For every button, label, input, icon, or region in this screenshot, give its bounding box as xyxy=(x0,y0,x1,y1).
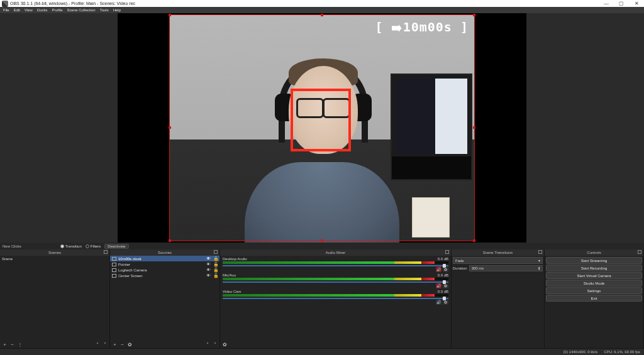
slider-knob[interactable] xyxy=(443,297,446,300)
mute-button[interactable]: 🔊 xyxy=(436,300,441,305)
undock-icon[interactable] xyxy=(214,250,218,254)
track-name: Mic/Aux xyxy=(223,273,236,277)
track-settings-button[interactable]: ✿ xyxy=(443,300,448,305)
lock-toggle-icon[interactable]: 🔓 xyxy=(213,268,218,273)
background-monitor xyxy=(391,74,472,180)
transition-radio[interactable]: Transition xyxy=(60,244,82,248)
visibility-toggle-icon[interactable]: 👁 xyxy=(206,256,211,261)
deactivate-button[interactable]: Deactivate xyxy=(104,244,128,249)
menu-tools[interactable]: Tools xyxy=(98,8,111,12)
visibility-toggle-icon[interactable]: 👁 xyxy=(206,273,211,278)
app-icon xyxy=(2,1,8,7)
recording-timer-overlay: 10m00s xyxy=(375,19,469,35)
audio-track: Video Cam0.0 dB🔊✿ xyxy=(220,288,451,305)
menu-scene-collection[interactable]: Scene Collection xyxy=(65,8,97,12)
lock-toggle-icon[interactable]: 🔓 xyxy=(213,262,218,267)
source-toolbar: New Clicks Transition Filters Deactivate xyxy=(0,243,644,249)
scenes-title: Scenes xyxy=(48,251,61,254)
transitions-title: Scene Transitions xyxy=(483,251,513,254)
minimize-button[interactable]: — xyxy=(599,1,614,6)
move-scene-up-button[interactable]: ˄ xyxy=(94,342,100,347)
track-settings-button[interactable]: ✿ xyxy=(443,267,448,272)
vu-meter xyxy=(223,294,448,297)
scenes-panel: Scenes Scene + − ⋮ ˄ ˅ xyxy=(0,249,110,348)
status-bar: (0) 1440x900, 0 kb/s CPU: 6.1%, 60.00 fp… xyxy=(0,348,644,355)
menu-profile[interactable]: Profile xyxy=(50,8,65,12)
volume-slider[interactable] xyxy=(223,281,448,283)
track-name: Video Cam xyxy=(223,290,242,293)
transition-select[interactable]: Fade▾ xyxy=(453,257,543,264)
scene-item[interactable]: Scene xyxy=(0,256,109,261)
vu-meter xyxy=(223,261,448,264)
menu-view[interactable]: View xyxy=(23,8,35,12)
mute-button[interactable]: 🔊 xyxy=(436,267,441,272)
source-item-label: Pointer xyxy=(118,263,130,266)
visibility-toggle-icon[interactable]: 👁 xyxy=(206,268,211,272)
move-scene-down-button[interactable]: ˅ xyxy=(102,342,108,347)
source-item-label: 10m00s clock xyxy=(118,257,142,261)
source-type-icon xyxy=(112,268,116,272)
undock-icon[interactable] xyxy=(445,250,449,254)
filters-radio[interactable]: Filters xyxy=(86,244,101,248)
mixer-settings-button[interactable]: ✿ xyxy=(222,342,228,347)
add-scene-button[interactable]: + xyxy=(2,342,8,347)
menu-help[interactable]: Help xyxy=(111,8,123,12)
undock-icon[interactable] xyxy=(104,250,108,254)
mute-button[interactable]: 🔊 xyxy=(436,283,441,288)
undock-icon[interactable] xyxy=(538,250,542,254)
control-button-start-recording[interactable]: Start Recording xyxy=(546,265,642,271)
source-item[interactable]: Pointer👁🔓 xyxy=(110,261,219,267)
vu-meter xyxy=(223,278,448,280)
source-properties-button[interactable]: ✿ xyxy=(127,342,133,347)
remove-scene-button[interactable]: − xyxy=(9,342,15,347)
menu-edit[interactable]: Edit xyxy=(12,8,22,12)
undock-icon[interactable] xyxy=(638,250,641,254)
preview-area[interactable]: 10m00s xyxy=(0,13,644,243)
controls-panel: Controls Start StreamingStart RecordingS… xyxy=(545,249,644,348)
menu-file[interactable]: File xyxy=(1,8,11,12)
source-item[interactable]: Logitech Camera👁🔓 xyxy=(110,267,219,273)
control-button-exit[interactable]: Exit xyxy=(546,295,642,302)
visibility-toggle-icon[interactable]: 👁 xyxy=(206,262,211,266)
docks-row: Scenes Scene + − ⋮ ˄ ˅ Sources 10m00s cl… xyxy=(0,249,644,348)
source-item[interactable]: 10m00s clock👁🔓 xyxy=(110,256,219,261)
scene-filter-button[interactable]: ⋮ xyxy=(17,342,23,347)
control-button-start-streaming[interactable]: Start Streaming xyxy=(546,257,642,264)
close-button[interactable]: ✕ xyxy=(629,1,644,6)
chevron-down-icon: ▾ xyxy=(538,258,540,263)
move-source-up-button[interactable]: ˄ xyxy=(204,342,210,347)
duration-spinbox[interactable]: 300 ms ▴▾ xyxy=(469,265,543,271)
source-type-icon xyxy=(112,257,116,261)
control-button-studio-mode[interactable]: Studio Mode xyxy=(546,280,642,287)
status-resolution: (0) 1440x900, 0 kb/s xyxy=(564,350,598,354)
source-item-label: Logitech Camera xyxy=(118,268,147,272)
control-button-start-virtual-camera[interactable]: Start Virtual Camera xyxy=(546,272,642,279)
move-source-down-button[interactable]: ˅ xyxy=(212,342,218,347)
source-toolbar-label: New Clicks xyxy=(3,244,21,248)
sources-panel: Sources 10m00s clock👁🔓Pointer👁🔓Logitech … xyxy=(110,249,220,348)
maximize-button[interactable]: ▢ xyxy=(614,1,629,6)
source-item-label: Center Screen xyxy=(118,274,143,278)
preview-canvas[interactable]: 10m00s xyxy=(118,13,526,243)
controls-title: Controls xyxy=(587,251,601,254)
track-settings-button[interactable]: ✿ xyxy=(443,283,448,288)
window-titlebar: OBS 30.1.1 (64-bit, windows) - Profile: … xyxy=(0,0,644,7)
camera-icon xyxy=(392,25,402,32)
menu-docks[interactable]: Docks xyxy=(35,8,50,12)
slider-knob[interactable] xyxy=(443,264,446,268)
track-db: 0.0 dB xyxy=(438,273,448,277)
source-item[interactable]: Center Screen👁🔓 xyxy=(110,273,219,278)
remove-source-button[interactable]: − xyxy=(119,342,125,347)
volume-slider[interactable] xyxy=(223,265,448,266)
spin-down-icon[interactable]: ▾ xyxy=(538,268,540,270)
lock-toggle-icon[interactable]: 🔓 xyxy=(213,273,218,278)
volume-slider[interactable] xyxy=(223,298,448,299)
source-type-icon xyxy=(112,263,116,266)
transitions-panel: Scene Transitions Fade▾ Duration 300 ms … xyxy=(452,249,545,348)
audio-mixer-panel: Audio Mixer Desktop Audio0.0 dB🔊✿Mic/Aux… xyxy=(220,249,452,348)
status-cpu: CPU: 6.1%, 60.00 fps xyxy=(604,350,640,354)
add-source-button[interactable]: + xyxy=(112,342,118,347)
control-button-settings[interactable]: Settings xyxy=(546,287,642,294)
slider-knob[interactable] xyxy=(443,280,446,284)
lock-toggle-icon[interactable]: 🔓 xyxy=(213,256,218,261)
